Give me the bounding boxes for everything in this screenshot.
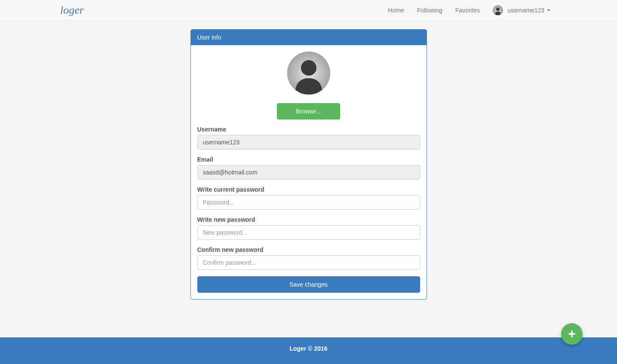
panel-body: Browse... Username Email Write current p… [191,45,427,299]
svg-point-3 [301,60,316,76]
username-field [197,135,420,150]
profile-avatar [287,52,330,95]
nav-username: username123 [507,7,544,14]
label-current-password: Write current password [197,186,420,193]
form-group-username: Username [197,126,420,150]
footer-text: Loger © 2016 [289,345,327,352]
plus-icon [568,330,576,338]
nav-link-home[interactable]: Home [381,0,410,21]
nav-link-following[interactable]: Following [411,0,449,21]
user-info-panel: User info Browse... [190,29,427,300]
label-username: Username [197,126,420,133]
avatar-icon [493,5,503,15]
add-fab-button[interactable] [561,323,583,345]
form-group-confirm-password: Confirm new password [197,246,420,270]
svg-point-1 [496,7,500,11]
label-new-password: Write new password [197,216,420,223]
brand-logo[interactable]: loger [60,4,84,17]
current-password-field[interactable] [197,195,420,210]
nav-link-favorites[interactable]: Favorites [449,0,487,21]
footer: Loger © 2016 [0,337,617,364]
label-email: Email [197,156,420,163]
avatar-section: Browse... [197,52,420,119]
label-confirm-password: Confirm new password [197,246,420,253]
browse-button[interactable]: Browse... [277,103,340,119]
form-group-current-password: Write current password [197,186,420,210]
navbar: loger Home Following Favorites username1… [0,0,617,21]
chevron-down-icon [547,9,550,11]
email-field [197,165,420,180]
main-content: User info Browse... [0,21,617,337]
form-group-email: Email [197,156,420,180]
new-password-field[interactable] [197,225,420,240]
form-group-new-password: Write new password [197,216,420,240]
panel-title: User info [191,30,427,45]
confirm-password-field[interactable] [197,255,420,270]
nav-user-dropdown[interactable]: username123 [486,5,557,15]
save-changes-button[interactable]: Save changes [197,276,420,293]
